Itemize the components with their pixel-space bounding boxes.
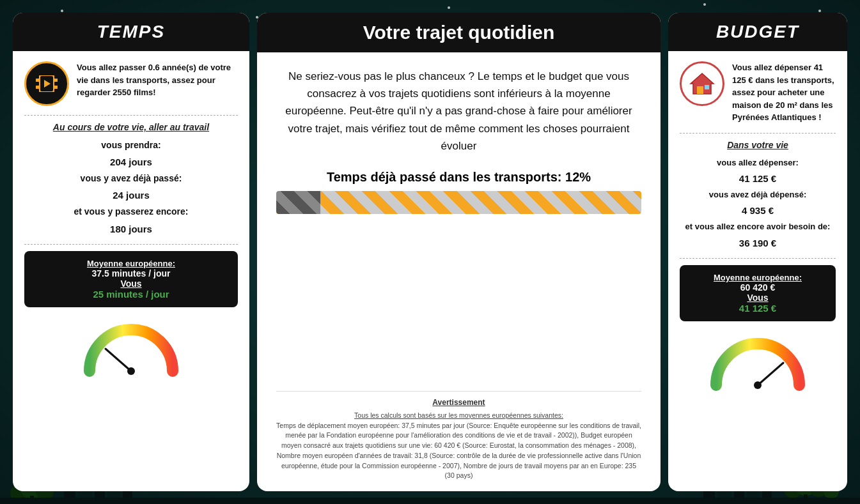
section-link-left: Au cours de votre vie, aller au travail <box>24 122 238 132</box>
svg-rect-25 <box>35 82 39 86</box>
warning-underline: Tous les calculs sont basés sur les moye… <box>354 411 563 419</box>
r-stat2-value: 4 935 € <box>680 202 836 219</box>
temps-card: TEMPS Vous a <box>13 13 249 491</box>
progress-fill <box>276 191 320 214</box>
divider-r1 <box>680 133 836 134</box>
intro-text: Vous allez passer 0.6 année(s) de votre … <box>77 61 238 99</box>
progress-bar <box>276 191 641 214</box>
svg-rect-32 <box>697 86 703 94</box>
stat3-label: et vous y passerez encore: <box>24 204 238 220</box>
warning-section: Avertissement Tous les calculs sont basé… <box>276 391 641 481</box>
you-value-left: 25 minutes / jour <box>35 289 228 300</box>
warning-body: Temps de déplacement moyen européen: 37,… <box>276 422 641 480</box>
r-stat3-label: et vous allez encore avoir besoin de: <box>680 219 836 234</box>
avg-value-right: 60 420 € <box>690 282 825 293</box>
stat2-value: 24 jours <box>24 187 238 204</box>
divider-2 <box>24 244 238 245</box>
center-card: Votre trajet quotidien Ne seriez-vous pa… <box>257 13 661 491</box>
budget-header: BUDGET <box>668 13 847 51</box>
svg-rect-33 <box>705 85 709 89</box>
center-header: Votre trajet quotidien <box>257 13 661 52</box>
stat1-value: 204 jours <box>24 153 238 171</box>
you-value-right: 41 125 € <box>690 303 825 314</box>
you-label-left: Vous <box>35 279 228 289</box>
you-label-right: Vous <box>690 293 825 303</box>
warning-text: Tous les calculs sont basés sur les moye… <box>276 411 641 481</box>
stats-right: vous allez dépenser: 41 125 € vous avez … <box>680 155 836 252</box>
stat3-value: 180 jours <box>24 220 238 238</box>
svg-point-30 <box>127 367 135 375</box>
stat1-label: vous prendra: <box>24 137 238 153</box>
r-stat2-label: vous avez déjà dépensé: <box>680 187 836 202</box>
house-icon <box>680 61 724 106</box>
stats-left: vous prendra: 204 jours vous y avez déjà… <box>24 137 238 238</box>
stat2-label: vous y avez déjà passé: <box>24 171 238 187</box>
avg-label-left: Moyenne européenne: <box>35 259 228 268</box>
r-stat1-label: vous allez dépenser: <box>680 155 836 170</box>
svg-rect-21 <box>35 75 39 79</box>
svg-rect-22 <box>54 75 58 79</box>
svg-rect-23 <box>35 89 39 93</box>
r-stat1-value: 41 125 € <box>680 170 836 187</box>
gauge-left <box>24 314 238 378</box>
svg-rect-26 <box>54 82 58 86</box>
avg-box-right: Moyenne européenne: 60 420 € Vous 41 125… <box>680 265 836 321</box>
warning-title: Avertissement <box>276 398 641 407</box>
r-stat3-value: 36 190 € <box>680 234 836 252</box>
avg-label-right: Moyenne européenne: <box>690 273 825 282</box>
budget-card: BUDGET Vous allez dépenser 41 125 € dans… <box>668 13 847 491</box>
avg-value-left: 37.5 minutes / jour <box>35 268 228 279</box>
svg-point-35 <box>754 381 762 389</box>
svg-line-34 <box>758 363 783 385</box>
progress-label: Temps déjà passé dans les transports: 12… <box>276 170 641 185</box>
section-link-right: Dans votre vie <box>680 140 836 150</box>
svg-rect-24 <box>54 89 58 93</box>
svg-line-29 <box>106 349 131 371</box>
avg-box-left: Moyenne européenne: 37.5 minutes / jour … <box>24 251 238 307</box>
budget-intro-text: Vous allez dépenser 41 125 € dans les tr… <box>732 61 836 124</box>
center-main-text: Ne seriez-vous pas le plus chanceux ? Le… <box>276 68 641 155</box>
divider-1 <box>24 115 238 116</box>
temps-header: TEMPS <box>13 13 249 51</box>
divider-r2 <box>680 258 836 259</box>
film-icon <box>24 61 69 106</box>
gauge-right <box>680 328 836 392</box>
